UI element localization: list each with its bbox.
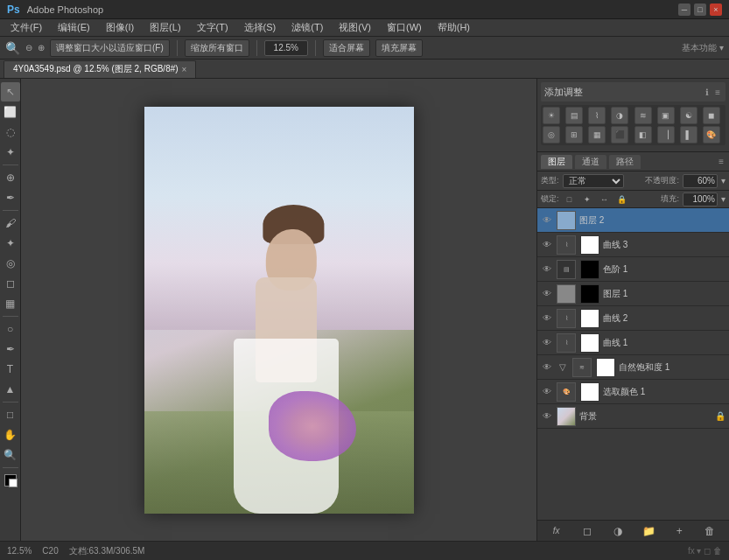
- layer-vis-curves3[interactable]: 👁: [541, 239, 553, 251]
- adjustments-grid: ☀ ▤ ⌇ ◑ ≋ ▣ ☯ ◼ ◎ ⊞ ▦ ⬛ ◧ ▕ ▌ 🎨: [541, 105, 725, 145]
- new-fill-layer-button[interactable]: ◑: [610, 523, 626, 539]
- menu-text[interactable]: 文字(T): [190, 19, 235, 36]
- adj-selectivecolor-icon[interactable]: 🎨: [703, 126, 720, 144]
- layer-vis-curves1[interactable]: 👁: [541, 337, 553, 349]
- menu-help[interactable]: 帮助(H): [431, 19, 477, 36]
- layer-vis-levels1[interactable]: 👁: [541, 263, 553, 276]
- brush-tool[interactable]: 🖌: [1, 214, 20, 233]
- dodge-tool[interactable]: ○: [1, 319, 20, 339]
- move-tool[interactable]: ↖: [1, 82, 20, 102]
- lock-position-btn[interactable]: ↔: [598, 192, 612, 206]
- layer-vis-layer2[interactable]: 👁: [541, 214, 553, 227]
- fill-screen-button[interactable]: 填充屏幕: [375, 39, 423, 57]
- layer-item-curves3[interactable]: 👁 ⌇ 曲线 3: [537, 233, 729, 257]
- foreground-color[interactable]: [1, 471, 20, 490]
- adj-exposure-icon[interactable]: ◑: [611, 107, 628, 124]
- marquee-tool[interactable]: ⬜: [1, 102, 20, 122]
- eraser-tool[interactable]: ◻: [1, 274, 20, 293]
- menu-window[interactable]: 窗口(W): [380, 19, 429, 36]
- menu-layer[interactable]: 图层(L): [143, 19, 187, 36]
- document-tab[interactable]: 4Y0A3549.psd @ 12.5% (图层 2, RGB/8#) ×: [4, 60, 196, 78]
- blend-mode-select[interactable]: 正常 溶解 正片叠底: [563, 174, 624, 188]
- main-layout: ↖ ⬜ ◌ ✦ ⊕ ✒ 🖌 ✦ ◎ ◻ ▦ ○ ✒ T ▲ □ ✋ 🔍: [0, 79, 729, 541]
- lock-transparent-btn[interactable]: □: [563, 192, 577, 206]
- adj-info-icon[interactable]: ℹ: [704, 87, 711, 98]
- adj-bw-icon[interactable]: ◼: [703, 107, 720, 124]
- layer-vis-curves2[interactable]: 👁: [541, 312, 553, 325]
- fit-window-button[interactable]: 调整窗口大小以适应窗口(F): [50, 39, 170, 57]
- shape-tool[interactable]: □: [1, 405, 20, 424]
- layer-vis-layer1[interactable]: 👁: [541, 288, 553, 300]
- maximize-button[interactable]: □: [694, 4, 706, 16]
- text-tool[interactable]: T: [1, 360, 20, 379]
- fill-input[interactable]: [683, 192, 718, 206]
- lock-image-btn[interactable]: ✦: [580, 192, 594, 206]
- zoom-tool[interactable]: 🔍: [1, 445, 20, 465]
- tab-channels[interactable]: 通道: [575, 155, 606, 169]
- layer-vis-selcolor1[interactable]: 👁: [541, 386, 553, 398]
- menu-filter[interactable]: 滤镜(T): [284, 19, 330, 36]
- tab-paths[interactable]: 路径: [609, 155, 641, 169]
- menu-image[interactable]: 图像(I): [99, 19, 141, 36]
- menu-file[interactable]: 文件(F): [4, 19, 49, 36]
- layer-fx-button[interactable]: fx: [549, 523, 564, 539]
- opacity-input[interactable]: [683, 174, 718, 188]
- adj-colorlookup-icon[interactable]: ▦: [588, 126, 606, 144]
- menu-view[interactable]: 视图(V): [332, 19, 378, 36]
- menu-select[interactable]: 选择(S): [237, 19, 284, 36]
- layer-mask-curves1: [580, 333, 599, 353]
- adj-photofilter-icon[interactable]: ◎: [543, 126, 560, 144]
- quick-select-tool[interactable]: ✦: [1, 143, 20, 162]
- layers-menu-icon[interactable]: ≡: [717, 156, 725, 167]
- adj-channelmix-icon[interactable]: ⊞: [565, 126, 583, 144]
- layer-item-vibrance1[interactable]: 👁 ▽ ≋ 自然饱和度 1: [537, 355, 729, 380]
- pen-tool[interactable]: ✒: [1, 340, 20, 359]
- new-layer-button[interactable]: +: [671, 523, 687, 539]
- opacity-dropdown-icon[interactable]: ▾: [721, 176, 725, 186]
- menu-edit[interactable]: 编辑(E): [51, 19, 97, 36]
- zoom-all-windows-button[interactable]: 缩放所有窗口: [185, 39, 249, 57]
- layer-item-background[interactable]: 👁 背景 🔒: [537, 404, 729, 429]
- clone-stamp-tool[interactable]: ✦: [1, 234, 20, 253]
- layer-vis-background[interactable]: 👁: [541, 410, 553, 423]
- adj-colorbalance-icon[interactable]: ☯: [680, 107, 697, 124]
- hand-tool[interactable]: ✋: [1, 425, 20, 444]
- eyedropper-tool[interactable]: ✒: [1, 188, 20, 207]
- layer-item-curves1[interactable]: 👁 ⌇ 曲线 1: [537, 331, 729, 355]
- adj-vibrance-icon[interactable]: ≋: [634, 107, 652, 124]
- layers-list: 👁 图层 2 👁 ⌇ 曲线 3 👁 ▤: [537, 208, 729, 520]
- adj-invert-icon[interactable]: ⬛: [611, 126, 628, 144]
- adj-threshold-icon[interactable]: ▕: [657, 126, 675, 144]
- adj-menu-icon[interactable]: ≡: [713, 87, 722, 98]
- adj-levels-icon[interactable]: ▤: [565, 107, 583, 124]
- tab-layers[interactable]: 图层: [541, 155, 572, 169]
- adj-gradientmap-icon[interactable]: ▌: [680, 126, 697, 144]
- adj-curves-icon[interactable]: ⌇: [588, 107, 606, 124]
- layer-item-selcolor1[interactable]: 👁 🎨 选取颜色 1: [537, 380, 729, 404]
- gradient-tool[interactable]: ▦: [1, 294, 20, 313]
- adj-hsl-icon[interactable]: ▣: [657, 107, 675, 124]
- fit-screen-button[interactable]: 适合屏幕: [323, 39, 370, 57]
- close-button[interactable]: ×: [710, 4, 722, 16]
- layer-item-layer1[interactable]: 👁 图层 1: [537, 282, 729, 306]
- delete-layer-button[interactable]: 🗑: [702, 523, 718, 539]
- tab-close-icon[interactable]: ×: [182, 65, 187, 74]
- crop-tool[interactable]: ⊕: [1, 168, 20, 187]
- new-layer-group-button[interactable]: 📁: [641, 523, 656, 539]
- add-mask-button[interactable]: ◻: [579, 523, 595, 539]
- layer-item-layer2[interactable]: 👁 图层 2: [537, 208, 729, 233]
- status-right-info: fx ▾ ◻ 🗑: [688, 546, 722, 556]
- layer-item-levels1[interactable]: 👁 ▤ 色阶 1: [537, 257, 729, 282]
- zoom-input[interactable]: [264, 40, 308, 56]
- fill-dropdown-icon[interactable]: ▾: [721, 194, 725, 204]
- adj-brightness-icon[interactable]: ☀: [543, 107, 560, 124]
- layer-item-curves2[interactable]: 👁 ⌇ 曲线 2: [537, 306, 729, 331]
- minimize-button[interactable]: ─: [678, 4, 690, 16]
- history-brush-tool[interactable]: ◎: [1, 254, 20, 273]
- adj-posterize-icon[interactable]: ◧: [634, 126, 652, 144]
- layer-vis-vibrance1[interactable]: 👁: [541, 361, 553, 374]
- lock-all-btn[interactable]: 🔒: [615, 192, 629, 206]
- lock-label: 锁定:: [541, 193, 559, 205]
- lasso-tool[interactable]: ◌: [1, 122, 20, 142]
- path-select-tool[interactable]: ▲: [1, 380, 20, 399]
